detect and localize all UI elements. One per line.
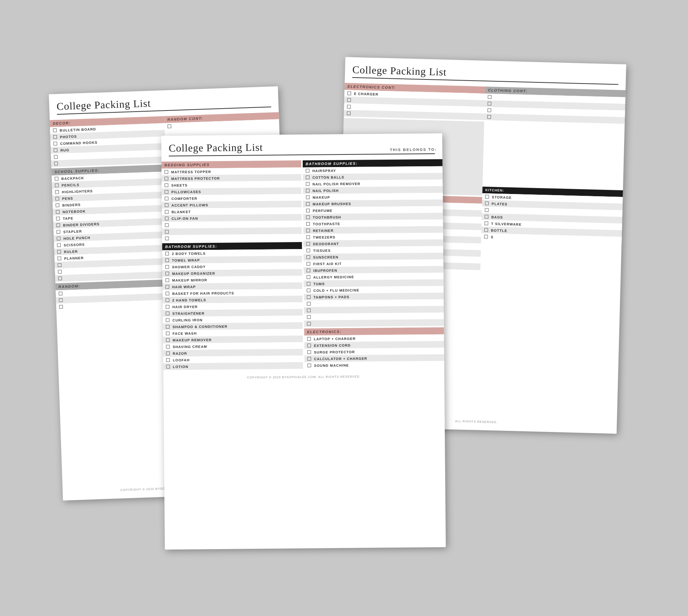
- checkbox[interactable]: [165, 258, 169, 262]
- checkbox[interactable]: [165, 217, 169, 220]
- checkbox[interactable]: [165, 298, 169, 302]
- checkbox[interactable]: [55, 210, 59, 214]
- checkbox[interactable]: [488, 95, 491, 99]
- checkbox[interactable]: [306, 222, 310, 225]
- checkbox[interactable]: [485, 201, 488, 205]
- checkbox[interactable]: [166, 358, 170, 362]
- checkbox[interactable]: [166, 338, 169, 342]
- checkbox[interactable]: [306, 295, 310, 299]
- checkbox[interactable]: [55, 190, 59, 194]
- checkbox[interactable]: [306, 275, 310, 279]
- checkbox[interactable]: [306, 188, 309, 192]
- checkbox[interactable]: [58, 292, 62, 295]
- checkbox[interactable]: [306, 235, 310, 239]
- checkbox[interactable]: [55, 203, 59, 207]
- checkbox[interactable]: [307, 315, 311, 319]
- checkbox[interactable]: [485, 195, 489, 198]
- checkbox[interactable]: [347, 105, 350, 108]
- checkbox[interactable]: [306, 248, 310, 252]
- checkbox[interactable]: [57, 236, 60, 240]
- checkbox[interactable]: [306, 202, 309, 205]
- checkbox[interactable]: [166, 305, 169, 309]
- checkbox[interactable]: [347, 98, 351, 102]
- checkbox[interactable]: [56, 230, 60, 234]
- checkbox[interactable]: [166, 365, 170, 368]
- checkbox[interactable]: [307, 363, 311, 367]
- checkbox[interactable]: [166, 331, 169, 335]
- checkbox[interactable]: [487, 115, 491, 119]
- checkbox[interactable]: [53, 142, 57, 145]
- checkbox[interactable]: [347, 91, 351, 95]
- checkbox[interactable]: [306, 268, 310, 272]
- checkbox[interactable]: [166, 351, 170, 355]
- checkbox[interactable]: [306, 182, 309, 186]
- checkbox[interactable]: [485, 208, 488, 212]
- checkbox[interactable]: [165, 236, 169, 240]
- checkbox[interactable]: [306, 175, 309, 179]
- checkbox[interactable]: [165, 190, 168, 194]
- checkbox[interactable]: [165, 285, 169, 289]
- checkbox[interactable]: [307, 357, 311, 360]
- checkbox[interactable]: [54, 177, 58, 180]
- checkbox[interactable]: [165, 197, 168, 200]
- checkbox[interactable]: [484, 215, 488, 218]
- checkbox[interactable]: [307, 337, 311, 340]
- page-3: College Packing List THIS BELONGS TO: BE…: [161, 133, 446, 549]
- checkbox[interactable]: [307, 350, 311, 354]
- checkbox[interactable]: [306, 255, 310, 259]
- checkbox[interactable]: [165, 203, 168, 207]
- checkbox[interactable]: [165, 230, 169, 234]
- checkbox[interactable]: [59, 298, 62, 302]
- checkbox[interactable]: [53, 135, 57, 139]
- checkbox[interactable]: [57, 263, 61, 267]
- checkbox[interactable]: [306, 282, 310, 285]
- checkbox[interactable]: [54, 148, 57, 152]
- checkbox[interactable]: [306, 195, 309, 199]
- checkbox[interactable]: [306, 208, 309, 212]
- checkbox[interactable]: [58, 276, 62, 280]
- checkbox[interactable]: [54, 161, 58, 165]
- checkbox[interactable]: [166, 345, 170, 348]
- checkbox[interactable]: [306, 288, 310, 292]
- checkbox[interactable]: [307, 321, 311, 325]
- checkbox[interactable]: [165, 278, 169, 282]
- checkbox[interactable]: [307, 308, 311, 312]
- checkbox[interactable]: [165, 265, 169, 269]
- checkbox[interactable]: [166, 325, 169, 329]
- checkbox[interactable]: [165, 210, 168, 214]
- checkbox[interactable]: [306, 228, 310, 232]
- checkbox[interactable]: [165, 272, 169, 275]
- checkbox[interactable]: [166, 312, 169, 315]
- checkbox[interactable]: [166, 318, 169, 322]
- checkbox[interactable]: [53, 128, 57, 132]
- checkbox[interactable]: [55, 183, 58, 187]
- checkbox[interactable]: [57, 256, 61, 260]
- checkbox[interactable]: [307, 343, 311, 347]
- checkbox[interactable]: [165, 223, 169, 227]
- checkbox[interactable]: [59, 305, 62, 309]
- checkbox[interactable]: [57, 250, 61, 253]
- checkbox[interactable]: [165, 292, 169, 295]
- checkbox[interactable]: [54, 155, 57, 159]
- checkbox[interactable]: [165, 183, 168, 187]
- checkbox[interactable]: [487, 102, 491, 105]
- checkbox[interactable]: [58, 270, 61, 273]
- checkbox[interactable]: [164, 170, 168, 174]
- checkbox[interactable]: [307, 302, 311, 305]
- checkbox[interactable]: [165, 177, 168, 180]
- checkbox[interactable]: [167, 124, 171, 128]
- checkbox[interactable]: [484, 228, 488, 232]
- checkbox[interactable]: [347, 111, 350, 115]
- checkbox[interactable]: [306, 262, 310, 265]
- checkbox[interactable]: [55, 197, 59, 200]
- checkbox[interactable]: [305, 169, 309, 172]
- checkbox[interactable]: [56, 217, 60, 220]
- checkbox[interactable]: [57, 243, 61, 247]
- checkbox[interactable]: [306, 215, 310, 219]
- checkbox[interactable]: [484, 235, 488, 238]
- checkbox[interactable]: [165, 252, 169, 255]
- checkbox[interactable]: [56, 223, 60, 227]
- checkbox[interactable]: [484, 221, 488, 225]
- checkbox[interactable]: [487, 108, 491, 112]
- checkbox[interactable]: [306, 242, 310, 245]
